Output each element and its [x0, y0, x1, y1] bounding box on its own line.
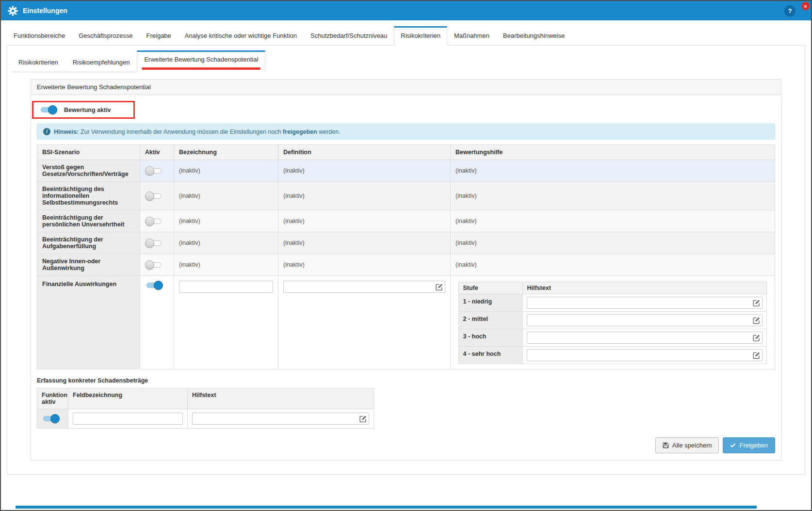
stufe-row: 4 - sehr hoch: [459, 347, 766, 364]
stufe-label: 2 - mittel: [459, 312, 523, 329]
table-row-finanzielle-auswirkungen: Finanzielle Auswirkungen: [37, 276, 775, 369]
toggle-cell: [140, 210, 174, 232]
hilfstext-input-3[interactable]: [527, 332, 762, 344]
column-header-aktiv: Aktiv: [140, 145, 174, 160]
edit-icon[interactable]: [436, 283, 443, 290]
notice-text: Hinweis: Zur Verwendung innerhalb der An…: [54, 128, 341, 135]
tab-freigabe[interactable]: Freigabe: [140, 26, 178, 45]
bewertungshilfe-value: (inaktiv): [451, 232, 775, 254]
stufe-row: 1 - niedrig: [459, 294, 766, 312]
feldbezeichnung-input[interactable]: [73, 413, 183, 425]
bewertungshilfe-value: (inaktiv): [451, 210, 775, 232]
tab-risikokriterien[interactable]: Risikokriterien: [394, 26, 447, 46]
window-title: Einstellungen: [23, 7, 67, 15]
bezeichnung-value: (inaktiv): [174, 182, 278, 210]
bewertung-aktiv-label: Bewertung aktiv: [64, 107, 111, 113]
edit-icon[interactable]: [753, 317, 760, 324]
toggle-cell: [140, 160, 174, 182]
edit-icon[interactable]: [753, 351, 760, 359]
subtab-label: Erweiterte Bewertung Schadenspotential: [144, 56, 258, 63]
stufe-label: 4 - sehr hoch: [459, 347, 523, 364]
column-header-bezeichnung: Bezeichnung: [174, 145, 278, 160]
scenario-label: Beeinträchtigung des informationellen Se…: [37, 182, 140, 210]
annotation-red-box: Bewertung aktiv: [32, 101, 135, 119]
hilfstext-input-1[interactable]: [527, 297, 762, 309]
tab-massnahmen[interactable]: Maßnahmen: [447, 26, 496, 45]
bezeichnung-value: (inaktiv): [174, 210, 278, 232]
toggle-cell: [140, 254, 174, 276]
edit-icon[interactable]: [753, 334, 760, 341]
scenario-toggle[interactable]: [145, 260, 163, 270]
definition-value: (inaktiv): [278, 182, 451, 210]
column-header-bewertungshilfe: Bewertungshilfe: [451, 145, 775, 160]
hilfstext-input-4[interactable]: [527, 349, 762, 361]
bezeichnung-value: (inaktiv): [174, 160, 278, 182]
bezeichnung-input[interactable]: [179, 281, 273, 293]
stufe-header: Stufe: [459, 282, 523, 294]
funktion-aktiv-toggle[interactable]: [42, 414, 60, 423]
table-row: Beeinträchtigung des informationellen Se…: [37, 182, 775, 210]
stufe-table: Stufe Hilfstext 1 - niedrig: [458, 282, 766, 364]
bewertungshilfe-value: (inaktiv): [451, 254, 775, 276]
bewertungshilfe-cell: Stufe Hilfstext 1 - niedrig: [451, 276, 775, 369]
scenario-label: Verstoß gegen Gesetze/Vorschriften/Vertr…: [37, 160, 140, 182]
scenario-label: Finanzielle Auswirkungen: [37, 276, 140, 369]
bezeichnung-value: (inaktiv): [174, 232, 278, 254]
tab-geschaeftsprozesse[interactable]: Geschäftsprozesse: [72, 26, 139, 45]
stufe-label: 3 - hoch: [459, 329, 523, 347]
tab-schutzbedarf[interactable]: Schutzbedarf/Schutzniveau: [304, 26, 394, 45]
definition-input[interactable]: [283, 281, 445, 293]
release-label: Freigeben: [739, 442, 768, 449]
save-icon: [663, 442, 669, 448]
sub-tabbar: Risikokriterien Risikoempfehlungen Erwei…: [11, 50, 265, 72]
bottom-accent-bar: [16, 506, 757, 509]
gear-icon: [8, 6, 18, 16]
hilfstext-header: Hilfstext: [523, 282, 766, 294]
close-icon[interactable]: ×: [801, 2, 810, 10]
save-all-button[interactable]: Alle speichern: [655, 437, 719, 453]
stufe-row: 3 - hoch: [459, 329, 766, 347]
annotation-red-underline: [142, 67, 260, 70]
column-header-feldbezeichnung: Feldbezeichnung: [68, 388, 188, 409]
bewertung-aktiv-toggle[interactable]: [39, 105, 57, 114]
edit-icon[interactable]: [753, 299, 760, 306]
hilfstext-input-2[interactable]: [527, 314, 762, 326]
bsi-scenario-table: BSI-Szenario Aktiv Bezeichnung Definitio…: [37, 144, 775, 369]
stufe-label: 1 - niedrig: [459, 294, 523, 312]
damage-row: [37, 409, 374, 429]
tab-funktionsbereiche[interactable]: Funktionsbereiche: [7, 26, 72, 45]
table-row: Negative Innen-oder Außenwirkung (inakti…: [37, 254, 775, 276]
scenario-toggle[interactable]: [145, 217, 163, 226]
definition-cell: [278, 276, 451, 369]
tab-analyse-kritische-funktion[interactable]: Analyse kritische oder wichtige Funktion: [178, 26, 304, 45]
stufe-row: 2 - mittel: [459, 312, 766, 329]
subtab-risikokriterien[interactable]: Risikokriterien: [11, 53, 65, 72]
column-header-hilfstext: Hilfstext: [188, 388, 374, 409]
scenario-toggle[interactable]: [145, 239, 163, 248]
scenario-toggle[interactable]: [145, 166, 163, 176]
scenario-label: Beeinträchtigung der Aufgabenerfüllung: [37, 232, 140, 254]
toggle-knob: [48, 105, 57, 114]
subtab-risikoempfehlungen[interactable]: Risikoempfehlungen: [65, 53, 137, 72]
subtab-erweiterte-bewertung[interactable]: Erweiterte Bewertung Schadenspotential: [137, 50, 265, 72]
tab-bearbeitungshinweise[interactable]: Bearbeitungshinweise: [496, 26, 571, 45]
edit-icon[interactable]: [359, 415, 367, 422]
table-row: Beeinträchtigung der Aufgabenerfüllung (…: [37, 232, 775, 254]
bewertungshilfe-value: (inaktiv): [451, 160, 775, 182]
schadenspotential-panel: Erweiterte Bewertung Schadenspotential B…: [31, 79, 781, 461]
panel-title: Erweiterte Bewertung Schadenspotential: [31, 80, 781, 95]
release-button[interactable]: Freigeben: [723, 437, 775, 453]
bezeichnung-value: (inaktiv): [174, 254, 278, 276]
finanzielle-auswirkungen-toggle[interactable]: [145, 281, 163, 290]
table-row: Verstoß gegen Gesetze/Vorschriften/Vertr…: [37, 160, 775, 182]
scenario-label: Beeinträchtigung der persönlichen Unvers…: [37, 210, 140, 232]
bewertungshilfe-value: (inaktiv): [451, 182, 775, 210]
damage-hilfstext-input[interactable]: [192, 413, 369, 425]
column-header-szenario: BSI-Szenario: [37, 145, 140, 160]
panel-body: Bewertung aktiv i Hinweis: Zur Verwendun…: [31, 95, 781, 460]
help-icon[interactable]: ?: [784, 5, 796, 16]
table-row: Beeinträchtigung der persönlichen Unvers…: [37, 210, 775, 232]
definition-value: (inaktiv): [278, 210, 451, 232]
settings-window: Einstellungen ? × Funktionsbereiche Gesc…: [0, 0, 812, 511]
scenario-toggle[interactable]: [145, 192, 163, 201]
